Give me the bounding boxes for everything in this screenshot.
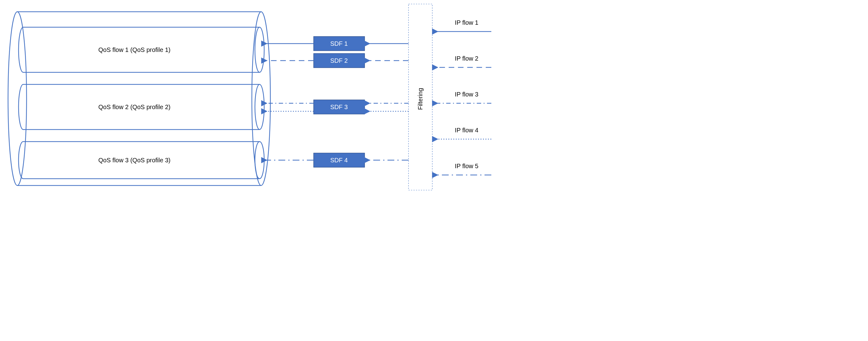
sdf-3: SDF 3 bbox=[314, 100, 365, 114]
qos-flow-3-label: QoS flow 3 (QoS profile 3) bbox=[98, 157, 170, 163]
filtering-label: Filtering bbox=[417, 88, 424, 110]
filtering-box: Filtering bbox=[408, 4, 432, 190]
ip-flow-3-label: IP flow 3 bbox=[455, 91, 478, 98]
svg-point-7 bbox=[255, 84, 264, 129]
ip-flow-2-label: IP flow 2 bbox=[455, 55, 478, 62]
ip-flow-1-label: IP flow 1 bbox=[455, 19, 478, 26]
ip-flow-2: IP flow 2 bbox=[437, 55, 491, 67]
sdf-2: SDF 2 bbox=[314, 54, 365, 68]
sdf-1-label: SDF 1 bbox=[330, 40, 348, 47]
qos-flow-2: QoS flow 2 (QoS profile 2) bbox=[19, 84, 264, 129]
qos-flow-1-label: QoS flow 1 (QoS profile 1) bbox=[98, 46, 170, 53]
ip-flow-4-label: IP flow 4 bbox=[455, 127, 478, 133]
sdf-4: SDF 4 bbox=[314, 153, 365, 167]
ip-flow-4: IP flow 4 bbox=[437, 127, 491, 139]
sdf-group: SDF 1 SDF 2 SDF 3 SDF 4 bbox=[314, 36, 365, 167]
ip-flow-3: IP flow 3 bbox=[437, 91, 491, 103]
ip-flow-5: IP flow 5 bbox=[437, 163, 491, 175]
qos-flow-diagram: QoS flow 1 (QoS profile 1) QoS flow 2 (Q… bbox=[0, 0, 494, 194]
ip-flow-5-label: IP flow 5 bbox=[455, 163, 478, 169]
qos-flow-2-label: QoS flow 2 (QoS profile 2) bbox=[98, 103, 170, 111]
qos-flow-3: QoS flow 3 (QoS profile 3) bbox=[19, 142, 264, 179]
svg-point-0 bbox=[8, 12, 27, 185]
sdf-1: SDF 1 bbox=[314, 36, 365, 51]
qos-flow-1: QoS flow 1 (QoS profile 1) bbox=[19, 27, 264, 72]
sdf-4-label: SDF 4 bbox=[330, 157, 348, 163]
sdf-3-label: SDF 3 bbox=[330, 103, 348, 111]
svg-point-4 bbox=[255, 27, 264, 72]
svg-point-10 bbox=[255, 142, 264, 179]
sdf-2-label: SDF 2 bbox=[330, 57, 348, 64]
ip-flow-1: IP flow 1 bbox=[437, 19, 491, 32]
